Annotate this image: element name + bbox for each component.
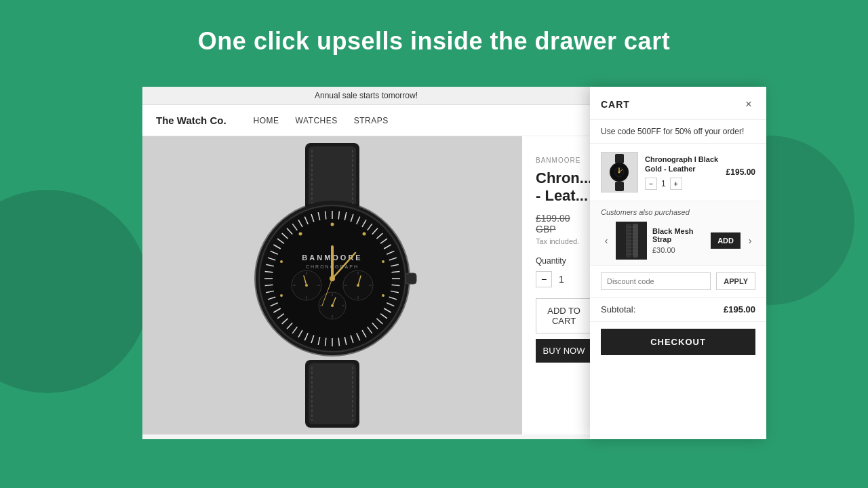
svg-point-98 xyxy=(299,232,302,236)
quantity-control: − 1 xyxy=(536,271,590,287)
mesh-strap-icon xyxy=(619,224,644,258)
nav-links: HOME WATCHES STRAPS xyxy=(254,116,389,125)
carousel-prev-arrow[interactable]: ‹ xyxy=(601,235,612,246)
upsell-item-info: Black Mesh Strap £30.00 xyxy=(652,227,705,254)
carousel-next-arrow[interactable]: › xyxy=(745,235,755,246)
bg-shape-left xyxy=(0,190,149,393)
cart-close-button[interactable]: × xyxy=(742,98,755,111)
nav-straps[interactable]: STRAPS xyxy=(354,116,389,125)
announcement-text: Annual sale starts tomorrow! xyxy=(315,91,418,100)
cart-item-watch-icon xyxy=(604,154,635,191)
upsell-item: Black Mesh Strap £30.00 ADD xyxy=(616,222,741,260)
upsell-item-image xyxy=(616,222,647,260)
svg-point-97 xyxy=(280,260,283,263)
cart-title: CART xyxy=(601,99,630,110)
svg-rect-108 xyxy=(615,154,624,163)
subtotal-amount: £195.00 xyxy=(724,304,755,314)
svg-point-99 xyxy=(280,294,283,297)
cart-item-name: Chronograph I Black Gold - Leather xyxy=(645,155,719,174)
svg-rect-1 xyxy=(309,146,356,207)
nav-watches[interactable]: WATCHES xyxy=(296,116,338,125)
cart-item-details: Chronograph I Black Gold - Leather − 1 + xyxy=(645,155,719,190)
cart-item-quantity-control: − 1 + xyxy=(645,178,719,190)
checkout-button[interactable]: CHECKOUT xyxy=(601,329,755,355)
store-logo: The Watch Co. xyxy=(156,115,226,126)
quantity-decrease-btn[interactable]: − xyxy=(536,271,552,287)
watch-svg: BANMOORE CHRONOGRAPH xyxy=(203,143,461,428)
svg-point-106 xyxy=(330,276,335,281)
product-tax-note: Tax included. xyxy=(536,237,590,245)
hero-heading: One click upsells inside the drawer cart xyxy=(0,27,868,56)
nav-home[interactable]: HOME xyxy=(254,116,279,125)
cart-item-price: £195.00 xyxy=(726,167,755,177)
subtotal-label: Subtotal: xyxy=(601,304,635,314)
cart-qty-decrease-btn[interactable]: − xyxy=(645,178,657,190)
store-nav: The Watch Co. HOME WATCHES STRAPS xyxy=(142,105,590,136)
product-brand: BANMOORE xyxy=(536,157,590,164)
svg-point-94 xyxy=(331,223,334,226)
watch-image: BANMOORE CHRONOGRAPH xyxy=(142,136,522,434)
product-layout: BANMOORE CHRONOGRAPH BANMOORE Chr xyxy=(142,136,590,434)
svg-point-115 xyxy=(618,171,620,173)
discount-code-input[interactable] xyxy=(601,272,711,290)
cart-item: Chronograph I Black Gold - Leather − 1 +… xyxy=(590,144,766,201)
product-price: £199.00 GBP xyxy=(536,213,590,235)
cart-header: CART × xyxy=(590,87,766,120)
product-image-area: BANMOORE CHRONOGRAPH xyxy=(142,136,522,434)
svg-point-100 xyxy=(382,294,384,297)
apply-discount-button[interactable]: APPLY xyxy=(716,272,755,290)
announcement-bar: Annual sale starts tomorrow! xyxy=(142,87,590,105)
store-window: Annual sale starts tomorrow! The Watch C… xyxy=(142,87,590,439)
product-title: Chron...- Leat... xyxy=(536,169,590,205)
upsell-title: Customers also purchased xyxy=(601,208,755,216)
buy-now-button[interactable]: BUY NOW xyxy=(536,339,590,363)
svg-point-95 xyxy=(363,232,366,236)
upsell-add-button[interactable]: ADD xyxy=(711,232,741,249)
svg-rect-107 xyxy=(406,273,416,284)
upsell-section: Customers also purchased ‹ xyxy=(590,201,766,266)
svg-rect-5 xyxy=(309,363,356,424)
discount-area: APPLY xyxy=(590,266,766,298)
cart-qty-increase-btn[interactable]: + xyxy=(670,178,682,190)
product-info: BANMOORE Chron...- Leat... £199.00 GBP T… xyxy=(522,136,590,434)
upsell-carousel: ‹ xyxy=(601,222,755,260)
quantity-label: Quantity xyxy=(536,256,590,266)
quantity-value: 1 xyxy=(559,274,564,285)
upsell-item-price: £30.00 xyxy=(652,246,705,254)
svg-point-96 xyxy=(382,260,384,263)
upsell-item-name: Black Mesh Strap xyxy=(652,227,705,243)
cart-subtotal: Subtotal: £195.00 xyxy=(590,298,766,322)
cart-item-image xyxy=(601,152,638,192)
cart-promo-text: Use code 500FF for 50% off your order! xyxy=(590,120,766,144)
cart-drawer: CART × Use code 500FF for 50% off your o… xyxy=(590,87,766,439)
add-to-cart-button[interactable]: ADD TO CART xyxy=(536,298,590,333)
svg-rect-109 xyxy=(615,182,624,191)
cart-qty-value: 1 xyxy=(661,179,666,188)
